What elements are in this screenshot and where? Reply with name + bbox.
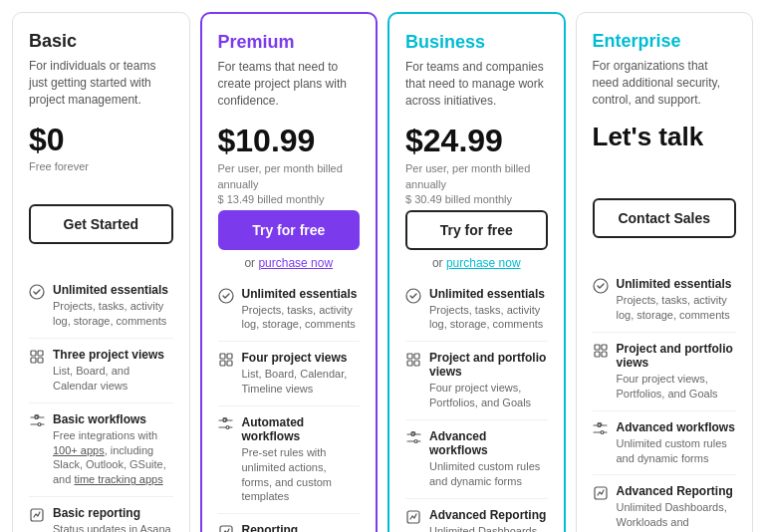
svg-rect-1 bbox=[31, 351, 36, 356]
feature-text-premium-3: ReportingUnlimited Dashboards across unl… bbox=[242, 523, 361, 532]
feature-item-basic-3: Basic reportingStatus updates in Asana a… bbox=[29, 497, 173, 532]
svg-rect-4 bbox=[38, 358, 43, 363]
svg-rect-20 bbox=[414, 361, 419, 366]
feature-title-premium-0: Unlimited essentials bbox=[242, 287, 361, 301]
plan-description-basic: For individuals or teams just getting st… bbox=[29, 58, 173, 108]
plan-description-enterprise: For organizations that need additional s… bbox=[593, 58, 737, 108]
feature-item-premium-0: Unlimited essentialsProjects, tasks, act… bbox=[218, 278, 361, 343]
plan-price-business: $24.99 bbox=[405, 123, 548, 159]
svg-point-6 bbox=[38, 423, 41, 426]
svg-point-16 bbox=[406, 289, 420, 303]
feature-icon-check-enterprise-0 bbox=[593, 278, 609, 294]
feature-icon-report-enterprise-3 bbox=[593, 485, 609, 501]
feature-text-premium-0: Unlimited essentialsProjects, tasks, act… bbox=[242, 287, 361, 333]
feature-title-basic-1: Three project views bbox=[53, 348, 173, 362]
feature-title-basic-3: Basic reporting bbox=[53, 506, 173, 520]
feature-text-basic-2: Basic workflowsFree integrations with 10… bbox=[53, 412, 173, 487]
feature-item-premium-1: Four project viewsList, Board, Calendar,… bbox=[218, 342, 361, 406]
plan-card-basic: BasicFor individuals or teams just getti… bbox=[12, 12, 190, 532]
feature-list-premium: Unlimited essentialsProjects, tasks, act… bbox=[218, 278, 361, 532]
feature-text-business-1: Project and portfolio viewsFour project … bbox=[429, 351, 548, 410]
feature-desc-premium-2: Pre-set rules with unlimited actions, fo… bbox=[242, 445, 361, 504]
feature-item-business-2: Advanced workflowsUnlimited custom rules… bbox=[405, 420, 548, 499]
plan-card-enterprise: EnterpriseFor organizations that need ad… bbox=[576, 12, 754, 532]
feature-icon-check-business-0 bbox=[405, 288, 421, 304]
feature-item-enterprise-1: Project and portfolio viewsFour project … bbox=[593, 333, 737, 411]
feature-title-enterprise-0: Unlimited essentials bbox=[617, 277, 737, 291]
plan-period-premium: Per user, per month billed annually$ 13.… bbox=[218, 161, 361, 207]
cta-button-business[interactable]: Try for free bbox=[405, 210, 548, 250]
pricing-grid: BasicFor individuals or teams just getti… bbox=[12, 12, 753, 532]
feature-title-enterprise-3: Advanced Reporting bbox=[617, 484, 737, 498]
feature-title-business-3: Advanced Reporting bbox=[429, 508, 548, 522]
feature-text-premium-2: Automated workflowsPre-set rules with un… bbox=[242, 415, 361, 504]
or-line-premium: or purchase now bbox=[218, 256, 361, 270]
feature-text-enterprise-0: Unlimited essentialsProjects, tasks, act… bbox=[617, 277, 737, 323]
feature-text-enterprise-3: Advanced ReportingUnlimited Dashboards, … bbox=[617, 484, 737, 532]
feature-title-premium-3: Reporting bbox=[242, 523, 361, 532]
purchase-link-business[interactable]: purchase now bbox=[446, 256, 521, 270]
svg-rect-15 bbox=[220, 526, 232, 532]
feature-text-business-2: Advanced workflowsUnlimited custom rules… bbox=[429, 429, 548, 489]
feature-desc-business-0: Projects, tasks, activity log, storage, … bbox=[429, 303, 548, 333]
feature-icon-report-basic-3 bbox=[29, 507, 45, 523]
feature-item-business-3: Advanced ReportingUnlimited Dashboards, … bbox=[405, 499, 548, 532]
plan-period-business: Per user, per month billed annually$ 30.… bbox=[405, 161, 548, 207]
feature-text-business-0: Unlimited essentialsProjects, tasks, act… bbox=[429, 287, 548, 333]
feature-icon-workflow-business-2 bbox=[405, 430, 421, 446]
feature-desc-premium-0: Projects, tasks, activity log, storage, … bbox=[242, 303, 361, 333]
svg-point-29 bbox=[598, 424, 601, 427]
plan-price-enterprise: Let's talk bbox=[593, 122, 737, 152]
feature-desc-enterprise-1: Four project views, Portfolios, and Goal… bbox=[617, 372, 737, 401]
feature-item-basic-2: Basic workflowsFree integrations with 10… bbox=[29, 403, 173, 497]
cta-button-premium[interactable]: Try for free bbox=[218, 210, 361, 250]
svg-rect-27 bbox=[595, 352, 600, 357]
feature-title-basic-2: Basic workflows bbox=[53, 412, 173, 426]
feature-desc-business-2: Unlimited custom rules and dynamic forms bbox=[429, 459, 548, 489]
feature-icon-check-basic-0 bbox=[29, 284, 45, 300]
feature-item-enterprise-3: Advanced ReportingUnlimited Dashboards, … bbox=[593, 475, 737, 532]
feature-title-premium-2: Automated workflows bbox=[242, 415, 361, 443]
svg-rect-11 bbox=[220, 361, 225, 366]
feature-desc-business-1: Four project views, Portfolios, and Goal… bbox=[429, 381, 548, 410]
feature-icon-grid-enterprise-1 bbox=[593, 343, 609, 359]
svg-point-14 bbox=[226, 426, 229, 429]
feature-item-business-1: Project and portfolio viewsFour project … bbox=[405, 342, 548, 420]
svg-rect-10 bbox=[227, 354, 232, 359]
feature-text-premium-1: Four project viewsList, Board, Calendar,… bbox=[242, 351, 361, 397]
feature-icon-report-premium-3 bbox=[218, 524, 234, 532]
purchase-spacer-enterprise bbox=[593, 244, 737, 268]
plan-name-basic: Basic bbox=[29, 31, 173, 52]
svg-point-22 bbox=[414, 440, 417, 443]
plan-name-enterprise: Enterprise bbox=[593, 31, 737, 52]
svg-rect-25 bbox=[595, 345, 600, 350]
plan-description-premium: For teams that need to create project pl… bbox=[218, 59, 361, 109]
feature-title-business-2: Advanced workflows bbox=[429, 429, 548, 457]
plan-spacer-enterprise bbox=[593, 154, 737, 184]
plan-sublabel-basic: Free forever bbox=[29, 160, 173, 190]
feature-title-business-1: Project and portfolio views bbox=[429, 351, 548, 379]
feature-list-basic: Unlimited essentialsProjects, tasks, act… bbox=[29, 274, 173, 532]
feature-icon-workflow-basic-2 bbox=[29, 413, 45, 429]
feature-text-basic-1: Three project viewsList, Board, and Cale… bbox=[53, 348, 173, 394]
feature-item-basic-1: Three project viewsList, Board, and Cale… bbox=[29, 339, 173, 403]
feature-text-enterprise-2: Advanced workflowsUnlimited custom rules… bbox=[617, 420, 737, 466]
feature-icon-check-premium-0 bbox=[218, 288, 234, 304]
feature-desc-premium-1: List, Board, Calendar, Timeline views bbox=[242, 367, 361, 397]
svg-rect-9 bbox=[220, 354, 225, 359]
svg-point-13 bbox=[223, 419, 226, 422]
feature-icon-workflow-premium-2 bbox=[218, 416, 234, 432]
svg-point-30 bbox=[601, 431, 604, 434]
svg-point-0 bbox=[30, 285, 44, 299]
svg-rect-2 bbox=[38, 351, 43, 356]
plan-name-premium: Premium bbox=[218, 32, 361, 53]
cta-button-enterprise[interactable]: Contact Sales bbox=[593, 198, 737, 238]
feature-icon-grid-premium-1 bbox=[218, 352, 234, 368]
svg-rect-17 bbox=[407, 354, 412, 359]
purchase-link-premium[interactable]: purchase now bbox=[258, 256, 333, 270]
svg-point-8 bbox=[219, 289, 233, 303]
plan-price-basic: $0 bbox=[29, 122, 173, 158]
cta-button-basic[interactable]: Get Started bbox=[29, 204, 173, 244]
feature-list-enterprise: Unlimited essentialsProjects, tasks, act… bbox=[593, 268, 737, 532]
svg-rect-18 bbox=[414, 354, 419, 359]
